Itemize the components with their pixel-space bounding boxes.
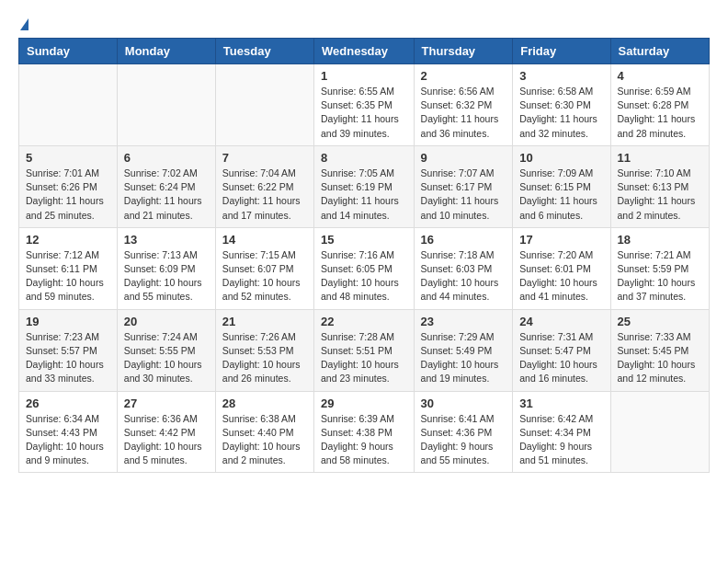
day-info: Sunrise: 7:24 AM Sunset: 5:55 PM Dayligh…	[124, 330, 209, 386]
calendar-cell: 9Sunrise: 7:07 AM Sunset: 6:17 PM Daylig…	[414, 145, 513, 227]
calendar-cell: 26Sunrise: 6:34 AM Sunset: 4:43 PM Dayli…	[19, 391, 118, 473]
weekday-header-tuesday: Tuesday	[215, 39, 313, 64]
weekday-header-row: SundayMondayTuesdayWednesdayThursdayFrid…	[19, 39, 710, 64]
weekday-header-sunday: Sunday	[19, 39, 118, 64]
day-number: 18	[618, 233, 702, 247]
day-info: Sunrise: 6:42 AM Sunset: 4:34 PM Dayligh…	[519, 412, 603, 468]
calendar-cell: 7Sunrise: 7:04 AM Sunset: 6:22 PM Daylig…	[215, 145, 313, 227]
day-info: Sunrise: 7:33 AM Sunset: 5:45 PM Dayligh…	[618, 330, 702, 386]
day-info: Sunrise: 7:12 AM Sunset: 6:11 PM Dayligh…	[26, 248, 110, 304]
calendar-cell	[117, 64, 215, 146]
day-info: Sunrise: 7:04 AM Sunset: 6:22 PM Dayligh…	[222, 167, 307, 223]
day-info: Sunrise: 7:21 AM Sunset: 5:59 PM Dayligh…	[618, 248, 702, 304]
day-number: 28	[222, 396, 307, 410]
calendar-cell: 12Sunrise: 7:12 AM Sunset: 6:11 PM Dayli…	[19, 227, 118, 309]
day-number: 6	[124, 151, 209, 165]
logo	[18, 18, 28, 29]
day-info: Sunrise: 7:20 AM Sunset: 6:01 PM Dayligh…	[519, 248, 603, 304]
calendar-cell	[19, 64, 118, 146]
calendar-cell: 6Sunrise: 7:02 AM Sunset: 6:24 PM Daylig…	[117, 145, 215, 227]
day-info: Sunrise: 6:34 AM Sunset: 4:43 PM Dayligh…	[26, 412, 110, 468]
calendar-week-row: 5Sunrise: 7:01 AM Sunset: 6:26 PM Daylig…	[19, 145, 710, 227]
day-info: Sunrise: 7:02 AM Sunset: 6:24 PM Dayligh…	[124, 167, 209, 223]
day-info: Sunrise: 6:39 AM Sunset: 4:38 PM Dayligh…	[321, 412, 407, 468]
day-number: 2	[421, 69, 506, 83]
day-info: Sunrise: 7:01 AM Sunset: 6:26 PM Dayligh…	[26, 167, 110, 223]
day-number: 19	[26, 315, 110, 328]
calendar-cell: 4Sunrise: 6:59 AM Sunset: 6:28 PM Daylig…	[610, 64, 709, 146]
calendar-cell: 14Sunrise: 7:15 AM Sunset: 6:07 PM Dayli…	[215, 227, 313, 309]
calendar-cell: 21Sunrise: 7:26 AM Sunset: 5:53 PM Dayli…	[215, 309, 313, 391]
calendar-week-row: 1Sunrise: 6:55 AM Sunset: 6:35 PM Daylig…	[19, 64, 710, 146]
weekday-header-wednesday: Wednesday	[314, 39, 415, 64]
day-info: Sunrise: 7:15 AM Sunset: 6:07 PM Dayligh…	[222, 248, 307, 304]
day-number: 14	[222, 233, 307, 247]
day-info: Sunrise: 6:59 AM Sunset: 6:28 PM Dayligh…	[618, 85, 702, 141]
day-number: 4	[618, 69, 702, 83]
weekday-header-saturday: Saturday	[610, 39, 709, 64]
day-info: Sunrise: 7:18 AM Sunset: 6:03 PM Dayligh…	[421, 248, 506, 304]
day-number: 29	[321, 396, 407, 410]
calendar-cell: 19Sunrise: 7:23 AM Sunset: 5:57 PM Dayli…	[19, 309, 118, 391]
day-info: Sunrise: 6:56 AM Sunset: 6:32 PM Dayligh…	[421, 85, 506, 141]
day-number: 11	[618, 151, 702, 165]
weekday-header-friday: Friday	[513, 39, 610, 64]
day-number: 20	[124, 315, 209, 328]
calendar-cell: 27Sunrise: 6:36 AM Sunset: 4:42 PM Dayli…	[117, 391, 215, 473]
day-number: 17	[519, 233, 603, 247]
calendar-cell: 18Sunrise: 7:21 AM Sunset: 5:59 PM Dayli…	[610, 227, 709, 309]
day-number: 22	[321, 315, 407, 328]
calendar-cell: 22Sunrise: 7:28 AM Sunset: 5:51 PM Dayli…	[314, 309, 415, 391]
day-number: 5	[26, 151, 110, 165]
day-number: 3	[519, 69, 603, 83]
calendar-cell: 8Sunrise: 7:05 AM Sunset: 6:19 PM Daylig…	[314, 145, 415, 227]
calendar-cell	[610, 391, 709, 473]
day-number: 26	[26, 396, 110, 410]
calendar-cell: 2Sunrise: 6:56 AM Sunset: 6:32 PM Daylig…	[414, 64, 513, 146]
day-info: Sunrise: 7:07 AM Sunset: 6:17 PM Dayligh…	[421, 167, 506, 223]
day-info: Sunrise: 6:55 AM Sunset: 6:35 PM Dayligh…	[321, 85, 407, 141]
day-info: Sunrise: 6:38 AM Sunset: 4:40 PM Dayligh…	[222, 412, 307, 468]
day-info: Sunrise: 7:23 AM Sunset: 5:57 PM Dayligh…	[26, 330, 110, 386]
day-number: 15	[321, 233, 407, 247]
calendar-cell: 17Sunrise: 7:20 AM Sunset: 6:01 PM Dayli…	[513, 227, 610, 309]
day-number: 12	[26, 233, 110, 247]
calendar-cell: 24Sunrise: 7:31 AM Sunset: 5:47 PM Dayli…	[513, 309, 610, 391]
day-info: Sunrise: 7:05 AM Sunset: 6:19 PM Dayligh…	[321, 167, 407, 223]
calendar-cell: 10Sunrise: 7:09 AM Sunset: 6:15 PM Dayli…	[513, 145, 610, 227]
day-number: 1	[321, 69, 407, 83]
calendar-week-row: 19Sunrise: 7:23 AM Sunset: 5:57 PM Dayli…	[19, 309, 710, 391]
calendar-cell: 20Sunrise: 7:24 AM Sunset: 5:55 PM Dayli…	[117, 309, 215, 391]
calendar-cell: 3Sunrise: 6:58 AM Sunset: 6:30 PM Daylig…	[513, 64, 610, 146]
calendar-cell: 25Sunrise: 7:33 AM Sunset: 5:45 PM Dayli…	[610, 309, 709, 391]
day-info: Sunrise: 7:31 AM Sunset: 5:47 PM Dayligh…	[519, 330, 603, 386]
day-number: 16	[421, 233, 506, 247]
day-number: 23	[421, 315, 506, 328]
page-header	[18, 18, 710, 29]
day-number: 31	[519, 396, 603, 410]
day-info: Sunrise: 6:41 AM Sunset: 4:36 PM Dayligh…	[421, 412, 506, 468]
day-info: Sunrise: 7:09 AM Sunset: 6:15 PM Dayligh…	[519, 167, 603, 223]
day-number: 9	[421, 151, 506, 165]
logo-triangle-icon	[20, 18, 28, 30]
day-number: 21	[222, 315, 307, 328]
day-number: 10	[519, 151, 603, 165]
day-number: 13	[124, 233, 209, 247]
calendar-table: SundayMondayTuesdayWednesdayThursdayFrid…	[18, 38, 710, 473]
weekday-header-thursday: Thursday	[414, 39, 513, 64]
day-info: Sunrise: 7:28 AM Sunset: 5:51 PM Dayligh…	[321, 330, 407, 386]
calendar-cell: 29Sunrise: 6:39 AM Sunset: 4:38 PM Dayli…	[314, 391, 415, 473]
calendar-cell: 28Sunrise: 6:38 AM Sunset: 4:40 PM Dayli…	[215, 391, 313, 473]
calendar-cell: 16Sunrise: 7:18 AM Sunset: 6:03 PM Dayli…	[414, 227, 513, 309]
day-number: 27	[124, 396, 209, 410]
weekday-header-monday: Monday	[117, 39, 215, 64]
calendar-cell: 23Sunrise: 7:29 AM Sunset: 5:49 PM Dayli…	[414, 309, 513, 391]
calendar-cell: 13Sunrise: 7:13 AM Sunset: 6:09 PM Dayli…	[117, 227, 215, 309]
day-info: Sunrise: 7:29 AM Sunset: 5:49 PM Dayligh…	[421, 330, 506, 386]
day-info: Sunrise: 7:10 AM Sunset: 6:13 PM Dayligh…	[618, 167, 702, 223]
calendar-cell: 11Sunrise: 7:10 AM Sunset: 6:13 PM Dayli…	[610, 145, 709, 227]
day-number: 7	[222, 151, 307, 165]
calendar-week-row: 12Sunrise: 7:12 AM Sunset: 6:11 PM Dayli…	[19, 227, 710, 309]
day-info: Sunrise: 7:16 AM Sunset: 6:05 PM Dayligh…	[321, 248, 407, 304]
day-number: 30	[421, 396, 506, 410]
